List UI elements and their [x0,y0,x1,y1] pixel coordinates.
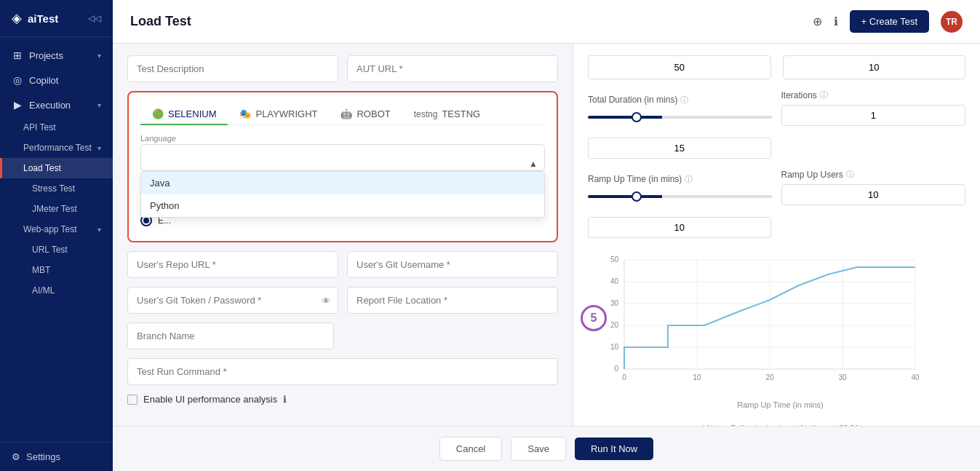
test-name-input[interactable] [127,55,338,82]
branch-name-field [127,322,334,349]
cancel-button[interactable]: Cancel [439,437,502,461]
branch-name-input[interactable] [127,322,334,349]
git-username-input[interactable] [347,251,558,278]
svg-text:40: 40 [911,373,920,381]
git-username-field [347,251,558,278]
info-icon[interactable]: ⓘ [846,169,854,180]
ramp-up-users-value[interactable]: 10 [781,184,966,205]
main-area: Load Test ⊕ ℹ + Create Test TR [113,0,980,471]
svg-text:0: 0 [622,373,626,381]
content-area: 🟢 SELENIUM 🎭 PLAYWRIGHT 🤖 ROBOT testng T… [113,44,980,426]
test-framework-card: 🟢 SELENIUM 🎭 PLAYWRIGHT 🤖 ROBOT testng T… [127,91,558,242]
ramp-up-time-slider[interactable] [588,195,773,198]
language-option-python[interactable]: Python [141,194,544,217]
duration-iterations-row: Total Duration (in mins) ⓘ Iterations ⓘ … [588,90,965,126]
sidebar-item-label: Execution [29,100,71,111]
sidebar-item-label: JMeter Test [32,204,77,214]
logo-area: ◈ aiTest ◁◁ [0,0,113,37]
tab-testng[interactable]: testng TESTNG [402,104,492,125]
chart-note: * Note - Ballpark cloud cost for the run… [595,424,965,426]
iterations-value[interactable]: 1 [781,105,966,126]
collapse-icon[interactable]: ◁◁ [88,13,101,23]
testng-icon: testng [414,109,438,119]
total-duration-group: Total Duration (in mins) ⓘ [588,95,773,122]
run-button[interactable]: Run It Now [575,438,653,460]
robot-icon: 🤖 [340,108,352,119]
performance-info-icon[interactable]: ℹ [283,394,287,405]
sidebar-item-projects[interactable]: ⊞ Projects ▾ [0,43,113,68]
execution-icon: ▶ [12,99,23,111]
value-box-10: 10 [783,55,966,79]
sidebar-item-jmeter-test[interactable]: JMeter Test [0,199,113,219]
enable-performance-row: Enable UI performance analysis ℹ [127,394,558,405]
sidebar-item-stress-test[interactable]: Stress Test [0,178,113,199]
ramp-up-time-group: Ramp Up Time (in mins) ⓘ [588,174,773,201]
avatar: TR [941,11,963,33]
duration-value-display: 15 [588,138,771,159]
tab-robot[interactable]: 🤖 ROBOT [329,104,402,125]
sidebar-item-web-app-test[interactable]: Web-app Test ▾ [0,219,113,240]
aut-url-input[interactable] [347,55,558,82]
sidebar-item-label: Web-app Test [23,224,77,234]
info-icon[interactable]: ⓘ [680,95,688,106]
eye-icon[interactable]: 👁 [322,295,331,306]
repo-url-input[interactable] [127,251,338,278]
settings-icon: ⚙ [12,451,20,462]
duration-value-row: 15 [588,138,965,159]
projects-icon: ⊞ [12,50,23,61]
language-select-container: ▲ [140,144,545,171]
sidebar-item-execution[interactable]: ▶ Execution ▾ [0,92,113,117]
rampup-row: Ramp Up Time (in mins) ⓘ Ramp Up Users ⓘ… [588,169,965,205]
git-token-input[interactable] [127,287,338,314]
sidebar-item-performance-test[interactable]: Performance Test ▾ [0,138,113,158]
chart-section: 5 [588,247,965,426]
info-icon[interactable]: ℹ [834,15,838,28]
language-option-java[interactable]: Java [141,172,544,194]
tab-label: SELENIUM [168,108,216,119]
info-icon[interactable]: ⓘ [820,90,828,100]
selenium-icon: 🟢 [152,108,164,119]
ramp-up-time-display: 10 [588,217,771,238]
sidebar-item-mbt[interactable]: MBT [0,260,113,280]
aut-url-field [347,55,558,82]
copilot-icon: ◎ [12,74,23,86]
ramp-up-time-label: Ramp Up Time (in mins) ⓘ [588,174,773,185]
rampup-value-row: 10 [588,217,965,238]
language-input[interactable] [140,144,545,171]
report-file-input[interactable] [347,287,558,314]
sidebar-item-label: API Test [23,122,55,132]
sidebar-item-load-test[interactable]: Load Test [0,158,113,178]
sidebar-nav: ⊞ Projects ▾ ◎ Copilot ▶ Execution ▾ API… [0,37,113,442]
tab-playwright[interactable]: 🎭 PLAYWRIGHT [228,104,329,125]
sidebar-item-ai-ml[interactable]: AI/ML [0,280,113,301]
playwright-icon: 🎭 [239,108,251,119]
search-icon[interactable]: ⊕ [813,15,822,28]
sidebar-item-api-test[interactable]: API Test [0,117,113,138]
info-icon[interactable]: ⓘ [685,174,693,185]
step-number: 5 [581,305,607,331]
svg-text:50: 50 [610,256,619,264]
sidebar-item-copilot[interactable]: ◎ Copilot [0,68,113,92]
enable-performance-checkbox[interactable] [127,395,138,405]
tab-selenium[interactable]: 🟢 SELENIUM [140,104,228,125]
total-duration-label: Total Duration (in mins) ⓘ [588,95,773,106]
step-badge-5: 5 [581,305,607,331]
chevron-down-icon: ▾ [97,52,101,60]
language-dropdown-menu: Java Python [140,171,545,218]
form-row-repo [127,251,558,278]
create-test-button[interactable]: + Create Test [850,10,929,33]
sidebar-item-url-test[interactable]: URL Test [0,240,113,260]
iterations-label: Iterations ⓘ [781,90,966,100]
left-panel: 🟢 SELENIUM 🎭 PLAYWRIGHT 🤖 ROBOT testng T… [113,44,573,426]
total-duration-slider[interactable] [588,116,773,119]
settings-item[interactable]: ⚙ Settings [0,442,113,471]
test-run-cmd-input[interactable] [127,358,558,385]
sidebar-item-label: Stress Test [32,183,75,194]
svg-text:0: 0 [614,365,618,373]
test-run-cmd-field [127,358,558,385]
sidebar: ◈ aiTest ◁◁ ⊞ Projects ▾ ◎ Copilot ▶ Exe… [0,0,113,471]
sidebar-item-label: Projects [29,50,63,61]
save-button[interactable]: Save [511,437,566,461]
svg-text:30: 30 [838,373,847,381]
top-value-right: 10 [783,55,966,79]
